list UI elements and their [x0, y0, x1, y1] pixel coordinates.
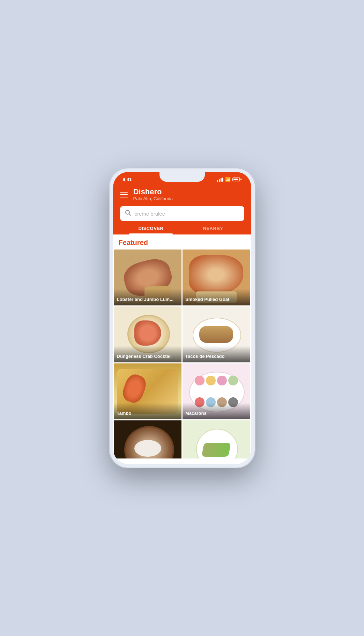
- header-title-block: Dishero Palo Alto, California: [133, 188, 173, 201]
- food-grid: Lobster and Jumbo Lum... Smoked Pulled G…: [113, 250, 251, 458]
- search-bar[interactable]: creme brulee: [120, 206, 244, 221]
- list-item[interactable]: Palmito Asado: [183, 420, 250, 458]
- svg-line-1: [129, 214, 131, 216]
- list-item[interactable]: Smoked Pulled Goat: [183, 250, 250, 305]
- time-display: 9:41: [123, 177, 132, 182]
- wifi-icon: 📶: [225, 177, 231, 182]
- battery-icon: [232, 178, 242, 181]
- list-item[interactable]: Lobster and Jumbo Lum...: [114, 250, 182, 305]
- phone-screen: 9:41 📶: [113, 172, 251, 464]
- status-icons: 📶: [217, 177, 242, 182]
- food-item-label: Tambo: [114, 403, 182, 419]
- list-item[interactable]: Macarons: [183, 363, 250, 419]
- food-item-label: Macarons: [183, 403, 250, 419]
- list-item[interactable]: Dungeness Crab Cocktail: [114, 306, 182, 362]
- food-item-label: Lobster and Jumbo Lum...: [114, 289, 182, 305]
- tab-nearby[interactable]: NEARBY: [182, 222, 244, 234]
- tab-discover[interactable]: DISCOVER: [120, 222, 182, 234]
- menu-button[interactable]: [120, 192, 128, 197]
- app-name: Dishero: [133, 188, 173, 196]
- location-label: Palo Alto, California: [133, 196, 173, 201]
- header-top: Dishero Palo Alto, California: [120, 188, 244, 201]
- list-item[interactable]: Butterscotch Pot de Cré...: [114, 420, 182, 458]
- search-input[interactable]: creme brulee: [135, 211, 239, 217]
- search-icon: [125, 210, 131, 217]
- signal-icon: [217, 178, 223, 182]
- tab-bar: DISCOVER NEARBY: [120, 222, 244, 234]
- food-item-label: Smoked Pulled Goat: [183, 289, 250, 305]
- food-item-label: Tacos de Pescado: [183, 346, 250, 362]
- notch: [159, 172, 205, 182]
- content-area[interactable]: Featured Lobster and Jumbo Lum... Smoked…: [113, 234, 251, 458]
- phone-frame: 9:41 📶: [109, 168, 255, 468]
- food-item-label: Dungeness Crab Cocktail: [114, 346, 182, 362]
- featured-heading: Featured: [113, 234, 251, 250]
- list-item[interactable]: Tambo: [114, 363, 182, 419]
- app-header: Dishero Palo Alto, California creme brul…: [113, 184, 251, 234]
- list-item[interactable]: Tacos de Pescado: [183, 306, 250, 362]
